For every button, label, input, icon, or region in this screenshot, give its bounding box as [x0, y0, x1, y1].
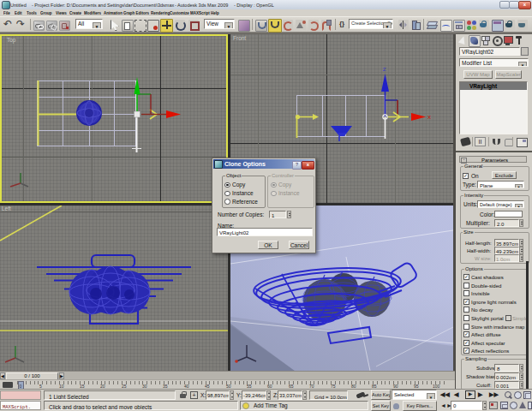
svg-text:X: X	[427, 115, 431, 120]
svg-text:Z: Z	[383, 67, 386, 72]
